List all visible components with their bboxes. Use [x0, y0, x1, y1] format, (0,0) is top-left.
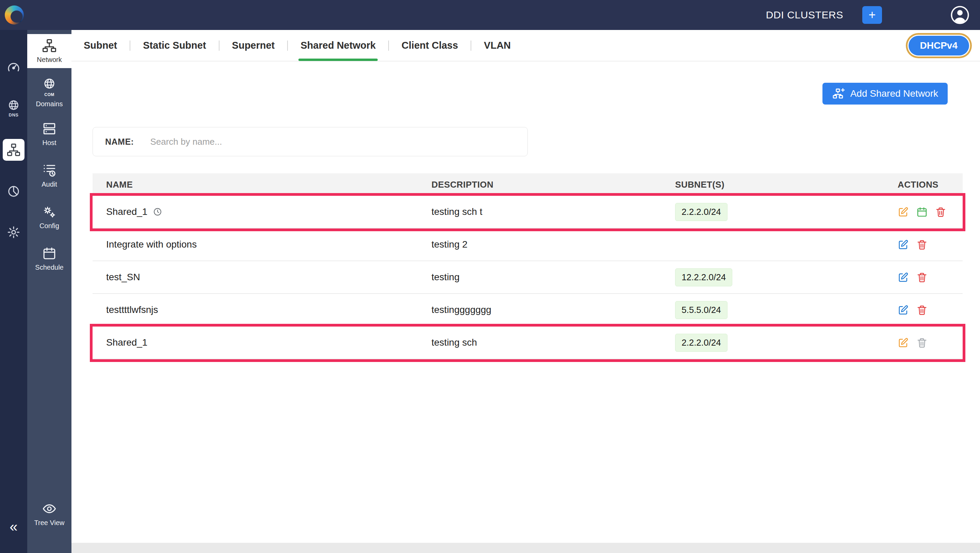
tab-divider	[471, 40, 471, 51]
tab-label: Static Subnet	[143, 40, 206, 51]
table-row[interactable]: testtttlwfsnjs testinggggggg 5.5.5.0/24	[92, 294, 963, 327]
subnet-badge[interactable]: 2.2.2.0/24	[675, 203, 727, 221]
dashboard-gauge-icon[interactable]	[3, 57, 24, 78]
row-name: test_SN	[106, 272, 140, 283]
main-area: Subnet Static Subnet Supernet Shared Net…	[72, 30, 980, 553]
row-name: testtttlwfsnjs	[106, 304, 158, 315]
topbar: DDI CLUSTERS +	[0, 0, 980, 30]
edit-icon[interactable]	[898, 206, 909, 218]
edit-icon[interactable]	[898, 337, 909, 348]
row-name: Shared_1	[106, 337, 147, 348]
tab-divider	[130, 40, 130, 51]
add-shared-network-label: Add Shared Network	[850, 88, 938, 99]
sitemap-icon	[42, 38, 56, 53]
name-filter-label: NAME:	[105, 137, 134, 147]
row-description: testing sch t	[431, 206, 675, 217]
subnet-badge[interactable]: 2.2.2.0/24	[675, 334, 727, 352]
subnet-badge[interactable]: 5.5.5.0/24	[675, 301, 727, 319]
schedule-clock-icon	[153, 207, 162, 217]
cluster-title: DDI CLUSTERS	[766, 9, 843, 21]
tab-supernet[interactable]: Supernet	[232, 30, 275, 61]
shared-network-content: Add Shared Network NAME: NAME DESCRIPTIO…	[72, 61, 980, 543]
sidebar-item-label: Config	[40, 222, 59, 230]
sidebar-item-network[interactable]: Network	[27, 34, 72, 68]
sidebar-item-label: Host	[42, 139, 56, 147]
tab-vlan[interactable]: VLAN	[484, 30, 511, 61]
globe-icon	[42, 78, 56, 92]
row-name: Integrate with options	[106, 239, 197, 250]
tab-label: Client Class	[401, 40, 458, 51]
name-filter: NAME:	[92, 127, 528, 156]
sidebar-item-config[interactable]: Config	[27, 200, 72, 234]
eye-icon	[42, 502, 56, 516]
admin-settings-icon[interactable]	[3, 222, 24, 242]
calendar-icon[interactable]	[916, 206, 928, 218]
edit-icon[interactable]	[898, 239, 909, 250]
tab-subnet[interactable]: Subnet	[84, 30, 117, 61]
header-description[interactable]: DESCRIPTION	[431, 180, 675, 190]
tab-client-class[interactable]: Client Class	[401, 30, 458, 61]
delete-icon[interactable]	[916, 304, 928, 316]
server-icon	[42, 121, 56, 136]
sidebar-item-tree-view[interactable]: Tree View	[27, 497, 72, 531]
dns-globe-icon[interactable]: DNS	[3, 98, 24, 118]
module-rail: DNS «	[0, 30, 27, 553]
header-name[interactable]: NAME	[92, 180, 431, 190]
delete-icon[interactable]	[916, 337, 928, 348]
tab-label: VLAN	[484, 40, 511, 51]
edit-icon[interactable]	[898, 304, 909, 316]
row-description: testing sch	[431, 337, 675, 348]
sidebar-item-audit[interactable]: Audit	[27, 159, 72, 193]
row-description: testing	[431, 272, 675, 283]
app-logo[interactable]	[5, 5, 24, 24]
topbar-right: DDI CLUSTERS +	[766, 5, 980, 25]
tab-label: Subnet	[84, 40, 117, 51]
add-network-icon	[832, 87, 845, 100]
tab-divider	[388, 40, 389, 51]
add-shared-network-button[interactable]: Add Shared Network	[822, 83, 948, 105]
table-row[interactable]: Shared_1 testing sch t 2.2.2.0/24	[92, 196, 963, 228]
table-row[interactable]: Shared_1 testing sch 2.2.2.0/24	[92, 327, 963, 359]
collapse-sidebar-button[interactable]: «	[10, 520, 18, 534]
sidebar-item-label: Schedule	[35, 264, 63, 271]
sidebar-item-host[interactable]: Host	[27, 117, 72, 151]
table-row[interactable]: Integrate with options testing 2	[92, 228, 963, 261]
edit-icon[interactable]	[898, 272, 909, 283]
sidebar-item-label: Domains	[36, 100, 63, 108]
gears-icon	[42, 205, 56, 219]
user-avatar-icon[interactable]	[950, 5, 970, 25]
audit-log-icon	[42, 163, 56, 177]
subnet-badge[interactable]: 12.2.2.0/24	[675, 268, 732, 286]
network-sidebar: Network COM Domains Host	[27, 30, 72, 553]
dns-caption: DNS	[9, 112, 19, 118]
sidebar-item-domains[interactable]: COM Domains	[27, 76, 72, 110]
tab-divider	[219, 40, 220, 51]
delete-icon[interactable]	[916, 272, 928, 283]
add-cluster-button[interactable]: +	[862, 6, 882, 24]
tab-label: Supernet	[232, 40, 275, 51]
delete-icon[interactable]	[916, 239, 928, 250]
sidebar-item-label: Audit	[41, 180, 57, 188]
sidebar-item-schedule[interactable]: Schedule	[27, 242, 72, 276]
network-module-icon[interactable]	[3, 139, 24, 161]
row-description: testinggggggg	[431, 304, 675, 315]
header-actions: ACTIONS	[898, 180, 963, 190]
reports-icon[interactable]	[3, 181, 24, 202]
tab-shared-network[interactable]: Shared Network	[301, 30, 375, 61]
search-input[interactable]	[150, 137, 515, 147]
dhcpv4-badge[interactable]: DHCPv4	[908, 36, 969, 56]
header-subnets[interactable]: SUBNET(S)	[675, 180, 898, 190]
table-row[interactable]: test_SN testing 12.2.2.0/24	[92, 261, 963, 294]
row-description: testing 2	[431, 239, 675, 250]
tab-divider	[287, 40, 288, 51]
tab-label: Shared Network	[301, 40, 375, 51]
delete-icon[interactable]	[935, 206, 946, 218]
sidebar-item-label: Network	[37, 56, 62, 64]
calendar-icon	[42, 246, 56, 260]
table-header: NAME DESCRIPTION SUBNET(S) ACTIONS	[92, 173, 963, 196]
row-name: Shared_1	[106, 206, 147, 217]
tabbar: Subnet Static Subnet Supernet Shared Net…	[72, 30, 980, 61]
shared-network-table: NAME DESCRIPTION SUBNET(S) ACTIONS Share…	[92, 173, 963, 359]
tab-static-subnet[interactable]: Static Subnet	[143, 30, 206, 61]
com-caption: COM	[44, 92, 54, 97]
